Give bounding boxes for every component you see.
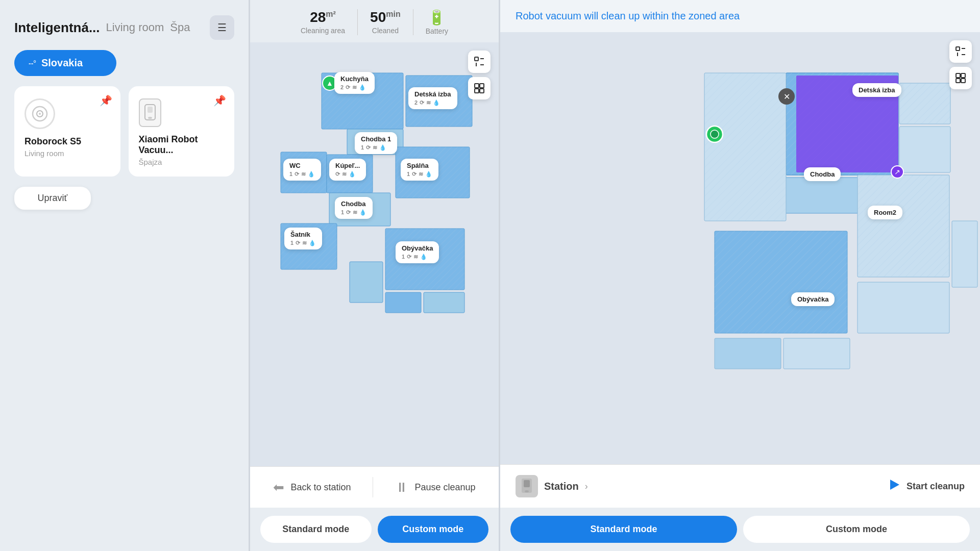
room-label-obyvacka: Obývačka 1⟳≋💧 [396,241,439,263]
time-value: 50min [370,9,401,26]
room-label-spalna: Spálňa 1⟳≋💧 [401,159,438,181]
device-card-roborock[interactable]: 📌 Roborock S5 Living room [14,86,120,177]
mid-map: ▲ Kuchyňa 2⟳≋💧 Detská izba 2⟳≋💧 Chodba 1… [250,42,499,466]
room-label-satnik: Šatník 1⟳≋💧 [284,228,322,249]
room-label-right-chodba: Chodba [804,167,841,181]
room-sub-7: 1⟳≋💧 [341,209,366,216]
svg-text:▲: ▲ [326,79,333,87]
left-panel: Inteligentná... Living room Špa ☰ Slovak… [0,0,250,551]
map-controls-right [949,40,972,89]
room-name-4: WC [289,162,315,169]
app-title: Inteligentná... [14,20,100,36]
room-subtitle1: Living room [106,21,164,34]
pause-cleanup-button[interactable]: ⏸ Pause cleanup [395,480,475,495]
action-divider [373,477,373,497]
svg-rect-28 [475,57,478,61]
room-label-chodba1: Chodba 1 1⟳≋💧 [355,132,397,154]
svg-rect-32 [475,84,479,88]
pin-icon: 📌 [100,94,112,107]
room-sub-2: 2⟳≋💧 [414,99,451,106]
room-name-3: Chodba 1 [361,135,391,143]
expand-button-right[interactable] [949,40,972,63]
cleaning-area-stat: 28m² Cleaning area [288,9,358,35]
stats-bar: 28m² Cleaning area 50min Cleaned 🔋 Batte… [250,0,499,42]
roborock-icon [24,98,55,129]
start-cleanup-button[interactable]: Start cleanup [887,478,965,495]
room-sub-6: 1⟳≋💧 [407,171,432,178]
svg-point-5 [148,117,152,119]
region-button[interactable]: Slovakia [14,50,116,76]
right-panel: Robot vacuum will clean up within the zo… [500,0,980,551]
svg-rect-65 [961,79,965,83]
svg-rect-4 [148,107,153,113]
layout-button-right[interactable] [949,67,972,89]
room-sub-3: 1⟳≋💧 [361,144,391,151]
room-label-right-detska: Detská izba [852,83,901,97]
station-info: Station › [516,475,588,497]
svg-rect-53 [783,338,850,369]
svg-rect-42 [899,127,950,172]
svg-rect-62 [956,73,960,78]
pause-icon: ⏸ [395,480,408,495]
start-icon [887,478,901,495]
room-label-right-room2: Room2 [868,206,902,219]
header: Inteligentná... Living room Špa ☰ [14,15,234,40]
svg-rect-49 [715,231,847,333]
back-to-station-button[interactable]: ⬅ Back to station [273,480,351,495]
custom-mode-button[interactable]: Custom mode [378,516,489,543]
svg-rect-47 [704,73,786,221]
room-label-right-obyvacka: Obývačka [791,292,835,306]
svg-rect-63 [961,73,965,78]
right-map[interactable]: ↗ ✕ Detská izba Chodba Room2 Obývačka [500,32,980,464]
info-banner: Robot vacuum will clean up within the zo… [500,0,980,32]
svg-rect-51 [952,221,977,287]
svg-rect-64 [956,79,960,83]
room-sub-9: 1⟳≋💧 [402,254,433,260]
layout-button[interactable] [468,77,491,99]
room-label-kupelna: Kúpeľ... ⟳≋💧 [329,159,366,181]
room-name-right-1: Detská izba [859,86,895,94]
room-subtitle2: Špa [170,21,190,34]
menu-button[interactable]: ☰ [210,15,234,40]
action-bar-right: Station › Start cleanup [500,464,980,508]
room-name-right-3: Room2 [874,209,896,216]
room-sub-5: ⟳≋💧 [335,171,360,178]
close-zone-button[interactable]: ✕ [778,88,795,105]
device-card-xiaomi[interactable]: 📌 Xiaomi Robot Vacuu... Špajza [129,86,235,177]
battery-label: Battery [426,27,448,35]
svg-rect-58 [956,47,960,51]
devices-grid: 📌 Roborock S5 Living room 📌 Xiaomi [14,86,234,177]
room-name-2: Detská izba [414,90,451,98]
room-name-6: Spálňa [407,162,432,169]
time-label: Cleaned [372,27,399,35]
svg-rect-50 [857,282,949,333]
room-name-right-2: Chodba [810,170,835,178]
room-label-kuchyna: Kuchyňa 2⟳≋💧 [334,72,375,94]
custom-mode-button-right[interactable]: Custom mode [743,516,970,543]
standard-mode-button[interactable]: Standard mode [260,516,372,543]
room-label-chodba: Chodba 1⟳≋💧 [335,197,373,219]
standard-mode-button-right[interactable]: Standard mode [510,516,737,543]
svg-rect-35 [480,89,484,93]
room-name-right-4: Obývačka [797,295,828,303]
svg-rect-24 [385,292,421,313]
expand-button[interactable] [468,51,491,73]
svg-rect-52 [715,338,781,369]
svg-rect-25 [424,292,464,313]
svg-rect-41 [899,83,950,124]
room-sub-8: 1⟳≋💧 [290,240,316,246]
mode-bar-right: Standard mode Custom mode [500,508,980,551]
room-name-8: Šatník [290,231,316,238]
room-sub: 2⟳≋💧 [340,84,369,91]
time-stat: 50min Cleaned [358,9,413,35]
action-bar-mid: ⬅ Back to station ⏸ Pause cleanup [250,466,499,508]
device-room-xiaomi: Špajza [139,158,225,166]
station-device-icon [516,475,538,497]
edit-button[interactable]: Upraviť [14,187,91,210]
room-name-9: Obývačka [402,244,433,252]
svg-point-2 [39,113,41,115]
svg-rect-45 [857,175,949,277]
svg-rect-23 [350,262,383,303]
svg-rect-67 [524,480,530,487]
room-name-5: Kúpeľ... [335,162,360,169]
